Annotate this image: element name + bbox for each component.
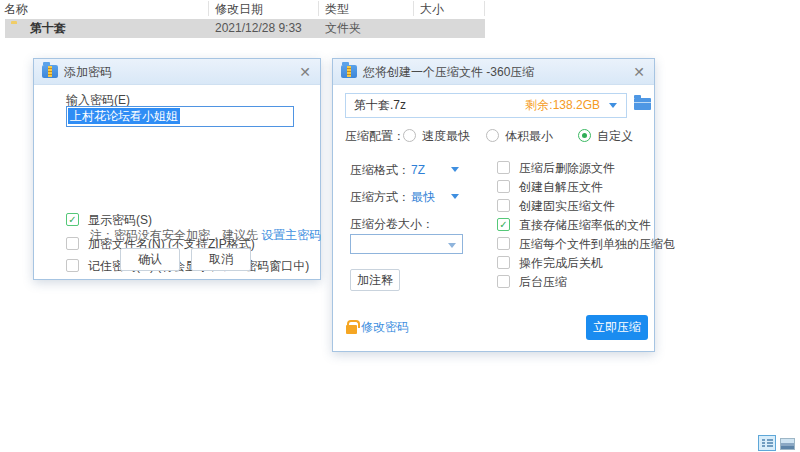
close-icon[interactable]: ✕ [299,59,311,85]
change-password-link[interactable]: 修改密码 [361,320,409,334]
column-header-name[interactable]: 名称 [4,1,28,17]
background-compress-label[interactable]: 后台压缩 [519,275,567,289]
create-archive-titlebar[interactable]: 您将创建一个压缩文件 -360压缩 ✕ [333,59,654,85]
file-date: 2021/12/28 9:33 [215,21,302,36]
radio-custom[interactable] [578,129,591,142]
dialog-title: 添加密码 [64,59,112,85]
volume-size-label: 压缩分卷大小： [350,217,434,231]
delete-source-checkbox[interactable] [497,161,510,174]
radio-smallest-label[interactable]: 体积最小 [505,129,553,143]
lock-icon [346,325,357,334]
close-icon[interactable]: ✕ [633,59,645,85]
remember-password-checkbox[interactable] [66,259,79,272]
column-divider[interactable] [484,1,485,16]
column-divider[interactable] [413,1,414,16]
file-type: 文件夹 [325,21,361,36]
thumbnails-view-icon[interactable] [780,438,795,450]
solid-archive-label[interactable]: 创建固实压缩文件 [519,199,615,213]
create-archive-dialog: 您将创建一个压缩文件 -360压缩 ✕ 第十套.7z 剩余:138.2GB 压缩… [332,58,655,352]
set-master-password-link[interactable]: 设置主密码 [261,228,321,242]
password-note: 注：密码没有安全加密，建议先 设置主密码 [90,227,321,244]
archive-filename-input[interactable]: 第十套.7z 剩余:138.2GB [345,93,627,118]
method-label: 压缩方式： [350,190,410,204]
remaining-space: 剩余:138.2GB [525,94,600,117]
radio-fastest-label[interactable]: 速度最快 [422,129,470,143]
column-divider[interactable] [318,1,319,16]
chevron-down-icon [448,243,456,248]
store-low-ratio-label[interactable]: 直接存储压缩率低的文件 [519,218,651,232]
separate-archives-label[interactable]: 压缩每个文件到单独的压缩包 [519,237,675,251]
separate-archives-checkbox[interactable] [497,237,510,250]
add-password-dialog: 添加密码 ✕ 输入密码(E) 上村花论坛看小姐姐 ✓ 显示密码(S) 加密文件名… [33,58,321,280]
desktop: 名称 修改日期 类型 大小 第十套 2021/12/28 9:33 文件夹 添加… [0,0,800,452]
method-value[interactable]: 最快 [411,190,435,204]
radio-smallest[interactable] [486,129,499,142]
chevron-down-icon[interactable] [451,194,459,199]
column-divider[interactable] [208,1,209,16]
config-label: 压缩配置： [345,129,405,143]
column-header-date[interactable]: 修改日期 [215,1,263,17]
chevron-down-icon[interactable] [451,167,459,172]
show-password-checkbox[interactable]: ✓ [66,213,79,226]
details-view-icon[interactable] [758,435,776,451]
browse-folder-icon[interactable] [634,98,651,110]
shutdown-after-checkbox[interactable] [497,256,510,269]
password-input[interactable]: 上村花论坛看小姐姐 [66,106,294,127]
show-password-label[interactable]: 显示密码(S) [88,213,152,227]
radio-fastest[interactable] [403,129,416,142]
confirm-button[interactable]: 确认 [120,248,180,271]
format-label: 压缩格式： [350,163,410,177]
360zip-app-icon [341,65,357,78]
radio-custom-label[interactable]: 自定义 [597,129,633,143]
note-text: 注：密码没有安全加密，建议先 [90,228,261,242]
column-header-type[interactable]: 类型 [325,1,349,17]
self-extract-label[interactable]: 创建自解压文件 [519,180,603,194]
file-name: 第十套 [30,21,66,36]
self-extract-checkbox[interactable] [497,180,510,193]
volume-size-combobox[interactable] [350,234,463,254]
compress-now-button[interactable]: 立即压缩 [586,315,648,340]
add-password-titlebar[interactable]: 添加密码 ✕ [34,59,320,85]
store-low-ratio-checkbox[interactable]: ✓ [497,218,510,231]
solid-archive-checkbox[interactable] [497,199,510,212]
column-header-size[interactable]: 大小 [420,1,444,17]
cancel-button[interactable]: 取消 [191,248,251,271]
delete-source-label[interactable]: 压缩后删除源文件 [519,161,615,175]
file-row-selected[interactable]: 第十套 2021/12/28 9:33 文件夹 [5,19,485,38]
shutdown-after-label[interactable]: 操作完成后关机 [519,256,603,270]
chevron-down-icon[interactable] [609,103,617,108]
dialog-title: 您将创建一个压缩文件 -360压缩 [363,59,534,85]
password-input-selected-text: 上村花论坛看小姐姐 [68,108,180,124]
add-comment-button[interactable]: 加注释 [350,269,400,291]
archive-filename: 第十套.7z [354,94,406,117]
format-value[interactable]: 7Z [411,163,425,177]
encrypt-filename-checkbox[interactable] [66,237,79,250]
360zip-app-icon [42,65,58,78]
background-compress-checkbox[interactable] [497,275,510,288]
